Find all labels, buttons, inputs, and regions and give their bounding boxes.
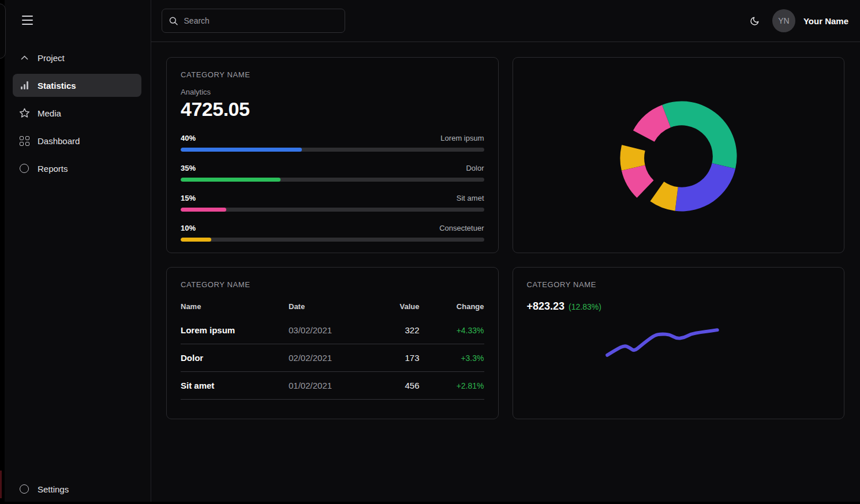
search-icon	[169, 16, 178, 26]
sidebar-item-reports[interactable]: Reports	[13, 157, 141, 180]
stat-bar-label: Sit amet	[457, 194, 484, 202]
donut-segment-pink	[621, 165, 653, 198]
sidebar-item-statistics[interactable]: Statistics	[13, 74, 141, 97]
donut-card	[513, 57, 845, 253]
star-icon	[18, 107, 30, 119]
progress-bar-fill	[181, 148, 302, 152]
cell-date: 03/02/2021	[289, 325, 355, 335]
main-area: YN Your Name CATEGORY NAME Analytics 472…	[151, 0, 860, 504]
donut-chart	[513, 58, 844, 253]
circle-icon	[18, 483, 30, 495]
sidebar-item-label: Media	[38, 108, 61, 118]
table-row: Sit amet 01/02/2021 456 +2.81%	[181, 372, 484, 400]
col-header-value: Value	[355, 302, 420, 311]
cell-name: Sit amet	[181, 381, 289, 390]
col-header-change: Change	[420, 302, 484, 311]
user-name: Your Name	[803, 16, 848, 26]
sidebar-item-project[interactable]: Project	[13, 46, 141, 69]
search-box[interactable]	[162, 9, 345, 33]
stat-bar: 15% Sit amet	[181, 194, 484, 212]
stat-bar-percent: 15%	[181, 194, 196, 202]
stat-bar-percent: 35%	[181, 164, 196, 172]
stat-bar: 10% Consectetuer	[181, 224, 484, 242]
cell-name: Dolor	[181, 353, 289, 363]
topbar: YN Your Name	[151, 0, 860, 42]
progress-bar-fill	[181, 238, 211, 242]
cell-change: +4.33%	[420, 326, 484, 335]
moon-icon	[750, 16, 760, 26]
dashboard-grid: CATEGORY NAME Analytics 4725.05 40% Lore…	[151, 42, 860, 419]
progress-bar-fill	[181, 178, 281, 182]
progress-bar-track	[181, 208, 484, 212]
sidebar-item-label: Statistics	[38, 81, 76, 91]
app-window: Project Statistics Media Dashboard	[0, 0, 860, 504]
progress-bar-fill	[181, 208, 226, 212]
chevron-up-icon	[18, 52, 30, 63]
trend-summary: +823.23 (12.83%)	[527, 300, 831, 313]
analytics-card: CATEGORY NAME Analytics 4725.05 40% Lore…	[166, 57, 499, 253]
cell-value: 456	[355, 381, 420, 390]
cell-change: +2.81%	[420, 381, 484, 390]
hamburger-menu-icon[interactable]	[22, 14, 37, 27]
sidebar-nav: Project Statistics Media Dashboard	[13, 46, 141, 185]
window-edge-strip	[0, 0, 5, 504]
grid-icon	[18, 135, 30, 146]
donut-segment-blue	[675, 163, 735, 211]
cell-date: 01/02/2021	[289, 381, 355, 390]
stat-bar: 35% Dolor	[181, 164, 484, 182]
stat-bar-label: Dolor	[466, 164, 484, 172]
topbar-right: YN Your Name	[750, 9, 848, 32]
bar-chart-icon	[18, 80, 30, 91]
window-bottom-strip	[0, 502, 860, 504]
table-row: Dolor 02/02/2021 173 +3.3%	[181, 344, 484, 372]
sidebar-item-label: Settings	[38, 484, 69, 494]
dark-mode-toggle[interactable]	[750, 16, 760, 26]
search-input[interactable]	[184, 16, 338, 25]
donut-segment-yellow	[650, 182, 678, 211]
donut-segment-green	[662, 101, 737, 169]
trend-value: +823.23	[527, 300, 565, 313]
cell-date: 02/02/2021	[289, 353, 355, 363]
data-table: Name Date Value Change Lorem ipsum 03/02…	[181, 299, 484, 400]
window-corner-decoration	[0, 3, 6, 59]
col-header-date: Date	[289, 302, 355, 311]
cell-change: +3.3%	[420, 353, 484, 363]
circle-icon	[18, 163, 30, 174]
table-card: CATEGORY NAME Name Date Value Change Lor…	[166, 267, 499, 419]
stat-bars-list: 40% Lorem ipsum 35% Dolor	[181, 134, 484, 242]
sidebar-item-label: Project	[38, 53, 65, 63]
stat-bar-percent: 40%	[181, 134, 196, 142]
cell-name: Lorem ipsum	[181, 325, 289, 335]
table-header-row: Name Date Value Change	[181, 299, 484, 317]
table-row: Lorem ipsum 03/02/2021 322 +4.33%	[181, 317, 484, 344]
analytics-subtitle: Analytics	[181, 88, 484, 96]
sidebar: Project Statistics Media Dashboard	[0, 0, 151, 504]
sidebar-item-label: Reports	[38, 164, 68, 174]
analytics-total-value: 4725.05	[181, 98, 484, 121]
stat-bar-percent: 10%	[181, 224, 196, 232]
avatar[interactable]: YN	[772, 9, 795, 32]
avatar-initials: YN	[778, 16, 789, 25]
col-header-name: Name	[181, 302, 289, 311]
trend-card: CATEGORY NAME +823.23 (12.83%)	[513, 267, 845, 419]
line-chart-path	[607, 330, 717, 355]
cell-value: 173	[355, 353, 420, 363]
sidebar-item-label: Dashboard	[38, 136, 80, 146]
trend-percent: (12.83%)	[569, 302, 601, 311]
stat-bar-label: Lorem ipsum	[440, 134, 484, 142]
background-sliver	[0, 471, 2, 498]
cell-value: 322	[355, 325, 420, 335]
sidebar-item-settings[interactable]: Settings	[13, 477, 141, 501]
progress-bar-track	[181, 238, 484, 242]
stat-bar: 40% Lorem ipsum	[181, 134, 484, 152]
progress-bar-track	[181, 178, 484, 182]
sidebar-item-media[interactable]: Media	[13, 101, 141, 125]
sidebar-item-dashboard[interactable]: Dashboard	[13, 129, 141, 152]
line-chart	[513, 268, 844, 419]
stat-bar-label: Consectetuer	[439, 224, 484, 232]
card-category-label: CATEGORY NAME	[181, 70, 484, 79]
progress-bar-track	[181, 148, 484, 152]
card-category-label: CATEGORY NAME	[181, 280, 484, 289]
